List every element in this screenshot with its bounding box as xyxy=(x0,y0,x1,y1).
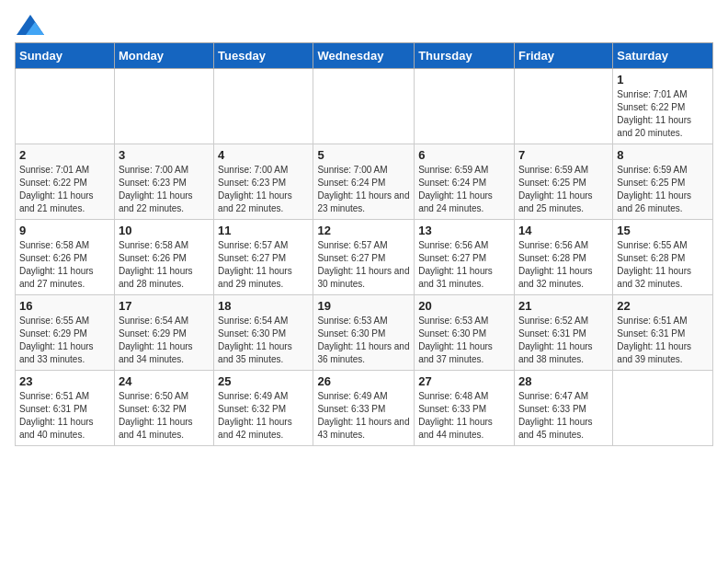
day-info: Sunrise: 6:55 AM Sunset: 6:29 PM Dayligh… xyxy=(19,315,110,366)
calendar-cell: 9Sunrise: 6:58 AM Sunset: 6:26 PM Daylig… xyxy=(16,220,115,295)
calendar-cell: 8Sunrise: 6:59 AM Sunset: 6:25 PM Daylig… xyxy=(613,144,713,220)
day-number: 4 xyxy=(218,148,309,162)
day-number: 5 xyxy=(317,148,410,162)
calendar-week-4: 16Sunrise: 6:55 AM Sunset: 6:29 PM Dayli… xyxy=(16,295,713,371)
day-number: 17 xyxy=(119,299,210,313)
day-info: Sunrise: 6:49 AM Sunset: 6:33 PM Dayligh… xyxy=(317,390,410,442)
calendar-cell xyxy=(114,69,213,144)
calendar-week-3: 9Sunrise: 6:58 AM Sunset: 6:26 PM Daylig… xyxy=(16,220,713,295)
day-info: Sunrise: 6:57 AM Sunset: 6:27 PM Dayligh… xyxy=(218,239,309,291)
calendar-cell: 24Sunrise: 6:50 AM Sunset: 6:32 PM Dayli… xyxy=(114,371,213,446)
calendar-header-row: SundayMondayTuesdayWednesdayThursdayFrid… xyxy=(16,43,713,69)
calendar-cell: 12Sunrise: 6:57 AM Sunset: 6:27 PM Dayli… xyxy=(313,220,415,295)
calendar-cell xyxy=(214,69,313,144)
calendar-cell xyxy=(514,69,612,144)
calendar-cell: 25Sunrise: 6:49 AM Sunset: 6:32 PM Dayli… xyxy=(214,371,313,446)
day-number: 16 xyxy=(19,299,110,313)
day-info: Sunrise: 6:59 AM Sunset: 6:25 PM Dayligh… xyxy=(518,164,609,215)
day-number: 6 xyxy=(418,148,510,162)
day-number: 8 xyxy=(617,148,709,162)
day-info: Sunrise: 6:53 AM Sunset: 6:30 PM Dayligh… xyxy=(317,315,410,366)
day-number: 13 xyxy=(418,224,510,237)
day-number: 3 xyxy=(119,148,210,162)
calendar-cell: 4Sunrise: 7:00 AM Sunset: 6:23 PM Daylig… xyxy=(214,144,313,220)
day-number: 12 xyxy=(317,224,410,237)
day-info: Sunrise: 6:59 AM Sunset: 6:25 PM Dayligh… xyxy=(617,164,709,215)
logo xyxy=(15,15,44,35)
calendar-week-5: 23Sunrise: 6:51 AM Sunset: 6:31 PM Dayli… xyxy=(16,371,713,446)
page-header xyxy=(15,15,713,35)
day-info: Sunrise: 6:58 AM Sunset: 6:26 PM Dayligh… xyxy=(119,239,210,291)
day-info: Sunrise: 6:51 AM Sunset: 6:31 PM Dayligh… xyxy=(617,315,709,366)
calendar-cell: 26Sunrise: 6:49 AM Sunset: 6:33 PM Dayli… xyxy=(313,371,415,446)
day-number: 20 xyxy=(418,299,510,313)
day-info: Sunrise: 7:00 AM Sunset: 6:23 PM Dayligh… xyxy=(218,164,309,215)
day-number: 11 xyxy=(218,224,309,237)
calendar-cell: 6Sunrise: 6:59 AM Sunset: 6:24 PM Daylig… xyxy=(415,144,515,220)
day-header-tuesday: Tuesday xyxy=(214,43,313,69)
day-number: 24 xyxy=(119,374,210,388)
calendar-cell xyxy=(313,69,415,144)
day-header-sunday: Sunday xyxy=(16,43,115,69)
day-header-thursday: Thursday xyxy=(415,43,515,69)
logo-icon xyxy=(17,15,44,35)
day-info: Sunrise: 6:49 AM Sunset: 6:32 PM Dayligh… xyxy=(218,390,309,442)
calendar-cell: 11Sunrise: 6:57 AM Sunset: 6:27 PM Dayli… xyxy=(214,220,313,295)
day-header-friday: Friday xyxy=(514,43,612,69)
calendar-cell: 18Sunrise: 6:54 AM Sunset: 6:30 PM Dayli… xyxy=(214,295,313,371)
calendar-cell: 7Sunrise: 6:59 AM Sunset: 6:25 PM Daylig… xyxy=(514,144,612,220)
day-info: Sunrise: 7:01 AM Sunset: 6:22 PM Dayligh… xyxy=(19,164,110,215)
day-number: 23 xyxy=(19,374,110,388)
day-number: 21 xyxy=(518,299,609,313)
day-header-wednesday: Wednesday xyxy=(313,43,415,69)
day-number: 28 xyxy=(518,374,609,388)
calendar-cell: 20Sunrise: 6:53 AM Sunset: 6:30 PM Dayli… xyxy=(415,295,515,371)
day-number: 25 xyxy=(218,374,309,388)
day-info: Sunrise: 6:56 AM Sunset: 6:27 PM Dayligh… xyxy=(418,239,510,291)
calendar-cell xyxy=(613,371,713,446)
day-info: Sunrise: 6:55 AM Sunset: 6:28 PM Dayligh… xyxy=(617,239,709,291)
day-info: Sunrise: 6:57 AM Sunset: 6:27 PM Dayligh… xyxy=(317,239,410,291)
day-number: 14 xyxy=(518,224,609,237)
calendar-cell: 21Sunrise: 6:52 AM Sunset: 6:31 PM Dayli… xyxy=(514,295,612,371)
calendar-cell: 28Sunrise: 6:47 AM Sunset: 6:33 PM Dayli… xyxy=(514,371,612,446)
day-number: 27 xyxy=(418,374,510,388)
day-info: Sunrise: 6:54 AM Sunset: 6:30 PM Dayligh… xyxy=(218,315,309,366)
calendar-table: SundayMondayTuesdayWednesdayThursdayFrid… xyxy=(15,42,713,446)
day-info: Sunrise: 6:52 AM Sunset: 6:31 PM Dayligh… xyxy=(518,315,609,366)
calendar-cell: 13Sunrise: 6:56 AM Sunset: 6:27 PM Dayli… xyxy=(415,220,515,295)
calendar-cell: 16Sunrise: 6:55 AM Sunset: 6:29 PM Dayli… xyxy=(16,295,115,371)
day-info: Sunrise: 6:53 AM Sunset: 6:30 PM Dayligh… xyxy=(418,315,510,366)
calendar-cell xyxy=(16,69,115,144)
calendar-cell: 3Sunrise: 7:00 AM Sunset: 6:23 PM Daylig… xyxy=(114,144,213,220)
day-number: 9 xyxy=(19,224,110,237)
day-number: 1 xyxy=(617,73,709,86)
day-info: Sunrise: 6:48 AM Sunset: 6:33 PM Dayligh… xyxy=(418,390,510,442)
day-header-saturday: Saturday xyxy=(613,43,713,69)
day-info: Sunrise: 7:00 AM Sunset: 6:24 PM Dayligh… xyxy=(317,164,410,215)
calendar-cell: 1Sunrise: 7:01 AM Sunset: 6:22 PM Daylig… xyxy=(613,69,713,144)
calendar-cell: 14Sunrise: 6:56 AM Sunset: 6:28 PM Dayli… xyxy=(514,220,612,295)
calendar-cell: 22Sunrise: 6:51 AM Sunset: 6:31 PM Dayli… xyxy=(613,295,713,371)
day-info: Sunrise: 7:01 AM Sunset: 6:22 PM Dayligh… xyxy=(617,88,709,140)
calendar-cell: 2Sunrise: 7:01 AM Sunset: 6:22 PM Daylig… xyxy=(16,144,115,220)
day-number: 7 xyxy=(518,148,609,162)
day-header-monday: Monday xyxy=(114,43,213,69)
day-info: Sunrise: 6:50 AM Sunset: 6:32 PM Dayligh… xyxy=(119,390,210,442)
day-number: 26 xyxy=(317,374,410,388)
calendar-cell: 19Sunrise: 6:53 AM Sunset: 6:30 PM Dayli… xyxy=(313,295,415,371)
day-info: Sunrise: 6:59 AM Sunset: 6:24 PM Dayligh… xyxy=(418,164,510,215)
calendar-cell: 27Sunrise: 6:48 AM Sunset: 6:33 PM Dayli… xyxy=(415,371,515,446)
day-info: Sunrise: 7:00 AM Sunset: 6:23 PM Dayligh… xyxy=(119,164,210,215)
calendar-cell: 23Sunrise: 6:51 AM Sunset: 6:31 PM Dayli… xyxy=(16,371,115,446)
calendar-week-1: 1Sunrise: 7:01 AM Sunset: 6:22 PM Daylig… xyxy=(16,69,713,144)
day-number: 2 xyxy=(19,148,110,162)
day-info: Sunrise: 6:58 AM Sunset: 6:26 PM Dayligh… xyxy=(19,239,110,291)
day-number: 15 xyxy=(617,224,709,237)
day-number: 19 xyxy=(317,299,410,313)
calendar-cell: 10Sunrise: 6:58 AM Sunset: 6:26 PM Dayli… xyxy=(114,220,213,295)
day-info: Sunrise: 6:47 AM Sunset: 6:33 PM Dayligh… xyxy=(518,390,609,442)
day-number: 10 xyxy=(119,224,210,237)
day-info: Sunrise: 6:54 AM Sunset: 6:29 PM Dayligh… xyxy=(119,315,210,366)
day-number: 22 xyxy=(617,299,709,313)
